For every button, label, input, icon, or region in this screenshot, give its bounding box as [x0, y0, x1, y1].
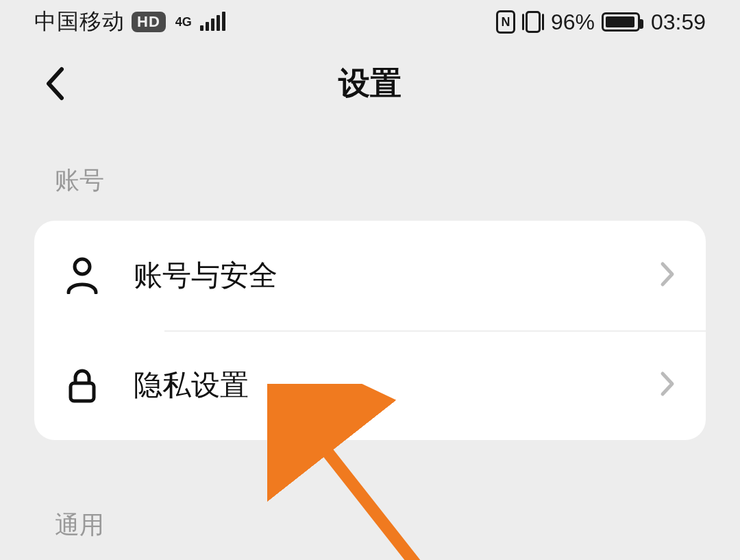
back-button[interactable] [34, 63, 75, 104]
account-card: 账号与安全 隐私设置 [34, 221, 706, 440]
person-icon [65, 257, 134, 294]
row-account-security[interactable]: 账号与安全 [34, 221, 706, 330]
section-header-general: 通用 [0, 467, 740, 560]
lock-icon [65, 367, 134, 404]
network-type-label: 4G [175, 17, 192, 27]
chevron-left-icon [45, 66, 65, 101]
battery-percent-label: 96% [551, 10, 595, 35]
clock-label: 03:59 [651, 10, 706, 35]
chevron-right-icon [660, 371, 675, 400]
svg-point-0 [75, 259, 90, 274]
carrier-label: 中国移动 [34, 7, 125, 37]
row-privacy-settings[interactable]: 隐私设置 [34, 330, 706, 440]
chevron-right-icon [660, 261, 675, 290]
nav-bar: 设置 [0, 44, 740, 123]
section-header-account: 账号 [0, 123, 740, 221]
hd-badge: HD [132, 12, 166, 32]
battery-fill [606, 16, 634, 27]
status-right: N 96% 03:59 [496, 10, 706, 35]
vibrate-icon [522, 11, 544, 33]
page-title: 设置 [0, 62, 740, 105]
signal-bars-icon [200, 13, 225, 31]
svg-rect-1 [71, 383, 94, 401]
row-label: 隐私设置 [134, 366, 660, 404]
row-label: 账号与安全 [134, 256, 660, 295]
nfc-icon: N [496, 10, 515, 34]
battery-icon [602, 12, 640, 32]
status-left: 中国移动 HD 4G [34, 7, 225, 37]
status-bar: 中国移动 HD 4G N 96% 03:59 [0, 0, 740, 44]
